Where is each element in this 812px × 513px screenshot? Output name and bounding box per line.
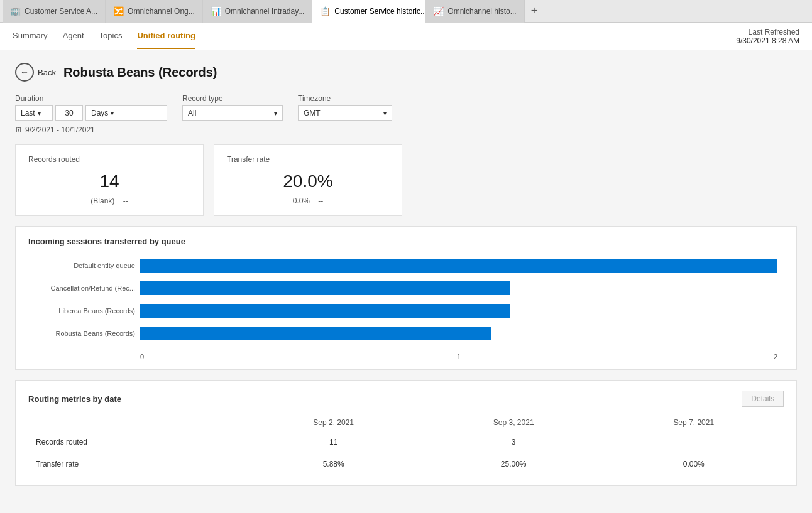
tab-label-4: Customer Service historic... [334, 7, 427, 16]
tab-customer-service-admin[interactable]: 🏢 Customer Service A... [3, 0, 106, 23]
duration-filter: Duration Last ▾ 30 Days ▾ [15, 94, 167, 121]
back-label: Back [38, 68, 56, 77]
col-header-sep3: Sep 3, 2021 [424, 414, 604, 431]
transfer-rate-sub-label: 0.0% [293, 197, 310, 205]
nav-topics[interactable]: Topics [99, 23, 123, 49]
duration-unit-chevron: ▾ [111, 110, 114, 117]
calendar-icon: 🗓 [15, 126, 23, 134]
details-button[interactable]: Details [742, 391, 784, 407]
record-type-filter: Record type All ▾ [182, 94, 283, 121]
col-header-sep7: Sep 7, 2021 [603, 414, 784, 431]
cell-transfer-rate-sep2: 5.88% [243, 453, 424, 475]
routing-metrics-section: Routing metrics by date Details Sep 2, 2… [15, 380, 797, 486]
cell-records-routed-sep3: 3 [424, 431, 604, 453]
tab-omnichannel-intraday[interactable]: 📊 Omnichannel Intraday... [203, 0, 313, 23]
tab-omnichannel-histo[interactable]: 📈 Omnichannel histo... [425, 0, 524, 23]
duration-number-input[interactable]: 30 [55, 105, 83, 121]
date-range: 🗓 9/2/2021 - 10/1/2021 [15, 126, 797, 134]
timezone-select[interactable]: GMT ▾ [298, 105, 392, 121]
x-axis: 0 1 2 [140, 349, 777, 353]
x-label-1: 1 [457, 353, 461, 360]
page-title: Robusta Beans (Records) [63, 65, 217, 80]
record-type-select[interactable]: All ▾ [182, 105, 283, 121]
bar-fill-2 [140, 281, 510, 295]
duration-unit-select[interactable]: Days ▾ [85, 105, 167, 121]
last-refreshed-info: Last Refreshed 9/30/2021 8:28 AM [736, 28, 799, 45]
date-range-value: 9/2/2021 - 10/1/2021 [25, 126, 95, 134]
transfer-rate-card: Transfer rate 20.0% 0.0% -- [214, 144, 402, 216]
bar-label-3: Liberca Beans (Records) [28, 307, 135, 315]
record-type-value: All [188, 109, 196, 117]
back-circle-icon: ← [15, 63, 34, 82]
bar-container-2 [140, 281, 777, 295]
bar-row-3: Liberca Beans (Records) [28, 304, 777, 318]
records-routed-value: 14 [28, 171, 190, 192]
duration-unit-value: Days [91, 109, 108, 117]
tab-label-3: Omnichannel Intraday... [225, 7, 305, 16]
tab-label-2: Omnichannel Ong... [128, 7, 195, 16]
chart-section: Incoming sessions transferred by queue D… [15, 226, 797, 370]
record-type-label: Record type [182, 94, 283, 103]
timezone-label: Timezone [298, 94, 392, 103]
tab-label-5: Omnichannel histo... [447, 7, 516, 16]
tab-icon-5: 📈 [433, 6, 444, 16]
routing-metrics-table: Sep 2, 2021 Sep 3, 2021 Sep 7, 2021 Reco… [28, 414, 784, 475]
bar-row-2: Cancellation/Refund (Rec... [28, 281, 777, 295]
nav-agent[interactable]: Agent [63, 23, 84, 49]
bar-container-1 [140, 259, 777, 273]
chart-title: Incoming sessions transferred by queue [28, 237, 784, 246]
tab-customer-service-historic[interactable]: 📋 Customer Service historic... ✕ [312, 0, 425, 23]
record-type-chevron: ▾ [274, 110, 277, 117]
cell-metric-records-routed: Records routed [28, 431, 243, 453]
records-routed-card: Records routed 14 (Blank) -- [15, 144, 204, 216]
tab-omnichannel-ongoing[interactable]: 🔀 Omnichannel Ong... [106, 0, 203, 23]
transfer-rate-title: Transfer rate [227, 155, 389, 164]
tab-icon-3: 📊 [211, 6, 221, 16]
bar-fill-3 [140, 304, 510, 318]
cell-transfer-rate-sep7: 0.00% [603, 453, 784, 475]
table-section-header: Routing metrics by date Details [28, 391, 784, 407]
cell-records-routed-sep7 [603, 431, 784, 453]
tab-label-1: Customer Service A... [25, 7, 97, 16]
duration-label: Duration [15, 94, 167, 103]
cell-records-routed-sep2: 11 [243, 431, 424, 453]
duration-inputs: Last ▾ 30 Days ▾ [15, 105, 167, 121]
duration-prefix-select[interactable]: Last ▾ [15, 105, 53, 121]
records-routed-sub-label: (Blank) [91, 197, 114, 205]
cell-metric-transfer-rate: Transfer rate [28, 453, 243, 475]
tab-icon-4: 📋 [320, 6, 331, 16]
bar-label-2: Cancellation/Refund (Rec... [28, 284, 135, 292]
bar-label-1: Default entity queue [28, 262, 135, 269]
cell-transfer-rate-sep3: 25.00% [424, 453, 604, 475]
duration-prefix-value: Last [21, 109, 35, 117]
bar-fill-4 [140, 327, 491, 340]
back-row: ← Back Robusta Beans (Records) [15, 63, 797, 82]
add-tab-button[interactable]: + [525, 4, 544, 18]
nav-bar: Summary Agent Topics Unified routing Las… [0, 23, 812, 50]
timezone-value: GMT [304, 109, 321, 117]
filters-row: Duration Last ▾ 30 Days ▾ Record type Al… [15, 94, 797, 121]
last-refreshed-label: Last Refreshed [736, 28, 799, 36]
bar-row-1: Default entity queue [28, 259, 777, 273]
transfer-rate-sub-value: -- [318, 197, 323, 205]
tab-icon-2: 🔀 [113, 6, 124, 16]
main-content: ← Back Robusta Beans (Records) Duration … [0, 50, 812, 513]
tab-bar: 🏢 Customer Service A... 🔀 Omnichannel On… [0, 0, 812, 23]
timezone-filter: Timezone GMT ▾ [298, 94, 392, 121]
bar-container-4 [140, 327, 777, 340]
col-header-sep2: Sep 2, 2021 [243, 414, 424, 431]
transfer-rate-sub: 0.0% -- [227, 197, 389, 205]
col-header-metric [28, 414, 243, 431]
routing-table-title: Routing metrics by date [28, 394, 121, 404]
records-routed-sub: (Blank) -- [28, 197, 190, 205]
back-button[interactable]: ← Back [15, 63, 56, 82]
table-row-records-routed: Records routed 11 3 [28, 431, 784, 453]
x-label-0: 0 [140, 353, 144, 360]
last-refreshed-time: 9/30/2021 8:28 AM [736, 36, 799, 45]
transfer-rate-value: 20.0% [227, 171, 389, 192]
nav-summary[interactable]: Summary [13, 23, 48, 49]
bar-container-3 [140, 304, 777, 318]
kpi-row: Records routed 14 (Blank) -- Transfer ra… [15, 144, 797, 216]
tab-icon-1: 🏢 [10, 6, 21, 16]
nav-unified-routing[interactable]: Unified routing [137, 23, 195, 49]
